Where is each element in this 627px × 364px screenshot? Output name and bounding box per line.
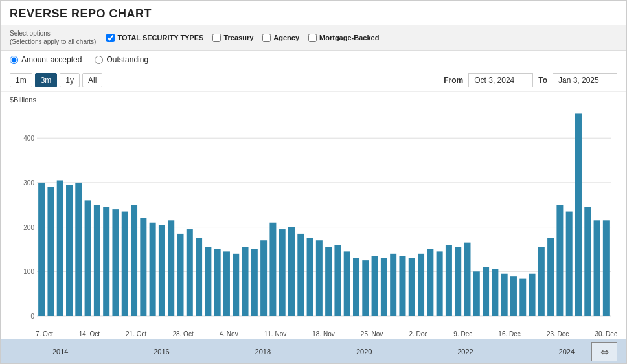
- checkbox-agency-input[interactable]: [262, 34, 271, 42]
- bar-rect: [464, 243, 470, 316]
- bar-rect: [214, 249, 221, 316]
- bar-rect: [159, 225, 165, 316]
- radio-amount[interactable]: Amount accepted: [10, 55, 82, 64]
- bar-rect: [150, 223, 156, 316]
- checkbox-treasury-input[interactable]: [212, 34, 221, 42]
- x-axis-tick: 14. Oct: [79, 330, 100, 337]
- bar-rect: [38, 183, 45, 316]
- to-label: To: [538, 76, 547, 85]
- bar-rect: [547, 238, 554, 316]
- radio-amount-input[interactable]: [10, 56, 18, 64]
- bar-rect: [519, 279, 526, 316]
- bar-rect: [57, 180, 63, 316]
- bar-rect: [437, 251, 443, 316]
- bar-rect: [233, 254, 239, 316]
- bar-rect: [251, 249, 258, 316]
- bar-rect: [427, 249, 433, 316]
- bar-rect: [325, 247, 332, 316]
- bar-rect: [260, 240, 267, 316]
- bar-rect: [390, 254, 396, 316]
- bar-rect: [418, 254, 424, 316]
- bar-rect: [566, 212, 573, 316]
- checkbox-agency-label: Agency: [273, 34, 299, 41]
- radio-outstanding-label: Outstanding: [106, 55, 148, 64]
- from-date-input[interactable]: [468, 73, 533, 87]
- bar-rect: [473, 271, 480, 316]
- bar-rect: [103, 207, 109, 316]
- checkbox-mortgage-label: Mortgage-Backed: [319, 34, 379, 41]
- bar-rect: [187, 229, 193, 316]
- bar-rect: [297, 234, 304, 316]
- controls-bar: 1m 3m 1y All From To: [1, 69, 626, 92]
- bar-rect: [131, 205, 137, 316]
- x-axis-tick: 4. Nov: [220, 330, 238, 337]
- timeline-label-item: 2018: [255, 348, 271, 356]
- time-btn-all[interactable]: All: [82, 73, 102, 87]
- radio-outstanding[interactable]: Outstanding: [95, 55, 148, 64]
- bar-rect: [168, 220, 174, 316]
- x-axis-tick: 7. Oct: [36, 330, 53, 337]
- checkbox-treasury-label: Treasury: [223, 34, 253, 41]
- bar-rect: [556, 205, 563, 316]
- bar-rect: [399, 256, 405, 316]
- bar-rect: [510, 276, 517, 316]
- checkbox-total-label: TOTAL SECURITY TYPES: [117, 34, 203, 41]
- bar-rect: [66, 185, 73, 316]
- bar-rect: [529, 274, 536, 316]
- bar-rect: [353, 258, 359, 316]
- to-date-input[interactable]: [553, 73, 617, 87]
- timeline-bar: 201420162018202020222024 ⇔: [1, 339, 626, 363]
- options-bar: Select options (Selections apply to all …: [1, 25, 626, 51]
- svg-text:200: 200: [23, 224, 34, 231]
- x-axis-tick: 25. Nov: [361, 330, 383, 337]
- bar-rect: [455, 247, 461, 316]
- bar-rect: [223, 251, 230, 316]
- checkbox-treasury[interactable]: Treasury: [212, 34, 253, 42]
- bar-rect: [409, 258, 415, 316]
- checkbox-agency[interactable]: Agency: [262, 34, 299, 42]
- title-bar: REVERSE REPO CHART: [1, 1, 626, 25]
- bar-rect: [483, 267, 489, 316]
- svg-text:300: 300: [23, 179, 34, 187]
- checkbox-mortgage[interactable]: Mortgage-Backed: [308, 34, 379, 42]
- bar-rect: [85, 200, 91, 316]
- checkbox-total[interactable]: TOTAL SECURITY TYPES: [106, 34, 203, 42]
- chart-title: REVERSE REPO CHART: [10, 7, 617, 21]
- radio-outstanding-input[interactable]: [95, 56, 103, 64]
- timeline-label-item: 2020: [356, 348, 372, 356]
- bar-rect: [177, 234, 183, 316]
- time-btn-1y[interactable]: 1y: [60, 73, 80, 87]
- timeline-label-item: 2016: [154, 348, 169, 356]
- time-buttons: 1m 3m 1y All: [10, 73, 102, 87]
- checkbox-group: TOTAL SECURITY TYPES Treasury Agency Mor…: [106, 34, 379, 42]
- bar-rect: [112, 209, 119, 316]
- time-btn-1m[interactable]: 1m: [10, 73, 32, 87]
- x-axis-tick: 16. Dec: [498, 330, 520, 337]
- timeline-label-item: 2014: [52, 348, 68, 356]
- bar-chart-svg: 0100200300400: [10, 105, 617, 329]
- bar-rect: [362, 260, 369, 316]
- svg-text:400: 400: [23, 135, 34, 142]
- bar-rect: [140, 218, 146, 316]
- options-label: Select options (Selections apply to all …: [10, 29, 96, 46]
- checkbox-mortgage-input[interactable]: [308, 34, 317, 42]
- x-axis-tick: 9. Dec: [453, 330, 472, 337]
- timeline-highlight[interactable]: ⇔: [591, 342, 617, 361]
- x-axis-tick: 21. Oct: [126, 330, 146, 337]
- x-axis-tick: 18. Nov: [312, 330, 334, 337]
- bar-rect: [242, 247, 249, 316]
- bar-rect: [316, 240, 323, 316]
- timeline-label-item: 2024: [559, 348, 575, 356]
- x-axis-tick: 2. Dec: [409, 330, 428, 337]
- time-btn-3m[interactable]: 3m: [35, 73, 58, 87]
- bar-rect: [584, 207, 591, 316]
- bar-rect: [196, 238, 202, 316]
- bar-rect: [446, 245, 452, 316]
- timeline-label-item: 2022: [457, 348, 473, 356]
- x-axis-tick: 11. Nov: [264, 330, 286, 337]
- bar-rect: [501, 274, 508, 316]
- bar-rect: [594, 220, 600, 316]
- checkbox-total-input[interactable]: [106, 34, 115, 42]
- radio-amount-label: Amount accepted: [21, 55, 82, 64]
- svg-text:100: 100: [23, 268, 34, 275]
